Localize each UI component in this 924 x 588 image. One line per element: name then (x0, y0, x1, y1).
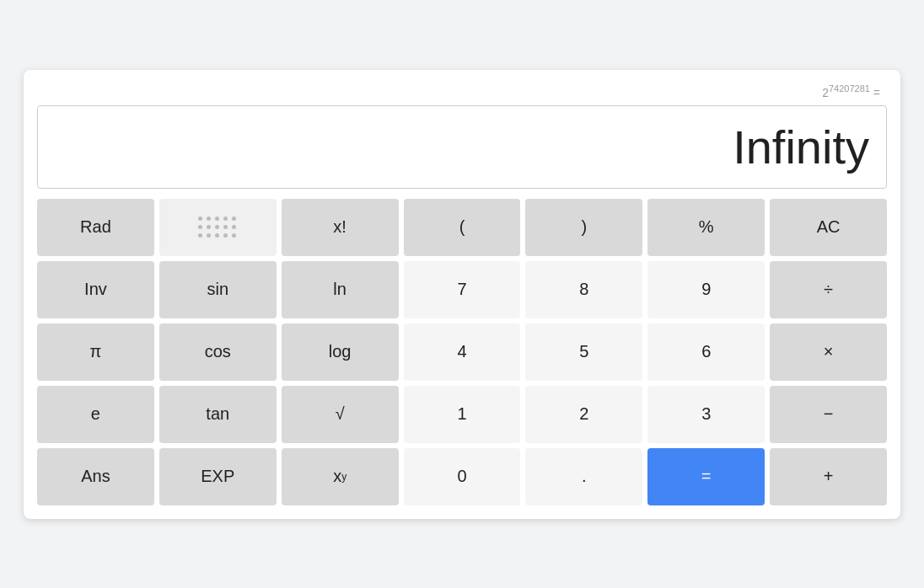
sqrt-button[interactable]: √ (282, 386, 399, 443)
decimal-button[interactable]: . (525, 448, 642, 505)
menu-button[interactable] (159, 199, 277, 256)
history-line: 274207281 = (37, 83, 887, 102)
six-button[interactable]: 6 (647, 323, 765, 381)
sin-button[interactable]: sin (159, 261, 277, 318)
four-button[interactable]: 4 (404, 323, 521, 381)
three-button[interactable]: 3 (647, 386, 765, 443)
one-button[interactable]: 1 (404, 386, 521, 443)
history-base: 2 (822, 85, 829, 99)
ans-button[interactable]: Ans (37, 448, 154, 505)
rad-button[interactable]: Rad (37, 199, 154, 256)
percent-button[interactable]: % (647, 199, 765, 256)
factorial-button[interactable]: x! (282, 199, 399, 256)
history-equals: = (873, 85, 880, 99)
add-button[interactable]: + (770, 448, 887, 505)
five-button[interactable]: 5 (525, 323, 642, 381)
two-button[interactable]: 2 (525, 386, 642, 443)
history-exponent: 74207281 (829, 83, 870, 94)
close-paren-button[interactable]: ) (525, 199, 642, 256)
display-value: Infinity (733, 120, 869, 174)
eight-button[interactable]: 8 (525, 261, 642, 318)
seven-button[interactable]: 7 (404, 261, 521, 318)
display: Infinity (37, 105, 887, 189)
calculator: 274207281 = Infinity Rad x! ( ) % AC Inv… (24, 70, 900, 519)
clear-button[interactable]: AC (770, 199, 887, 256)
exp-button[interactable]: EXP (159, 448, 277, 505)
subtract-button[interactable]: − (770, 386, 887, 443)
cos-button[interactable]: cos (159, 323, 277, 381)
ln-button[interactable]: ln (282, 261, 399, 318)
buttons-grid: Rad x! ( ) % AC Inv sin ln 7 8 9 ÷ π cos… (37, 199, 887, 505)
multiply-button[interactable]: × (770, 323, 887, 381)
power-button[interactable]: xy (282, 448, 399, 505)
equals-button[interactable]: = (647, 448, 765, 505)
inv-button[interactable]: Inv (37, 261, 154, 318)
e-button[interactable]: e (37, 386, 154, 443)
tan-button[interactable]: tan (159, 386, 277, 443)
open-paren-button[interactable]: ( (404, 199, 521, 256)
zero-button[interactable]: 0 (404, 448, 521, 505)
divide-button[interactable]: ÷ (770, 261, 887, 318)
log-button[interactable]: log (282, 323, 399, 381)
nine-button[interactable]: 9 (647, 261, 765, 318)
pi-button[interactable]: π (37, 323, 154, 381)
